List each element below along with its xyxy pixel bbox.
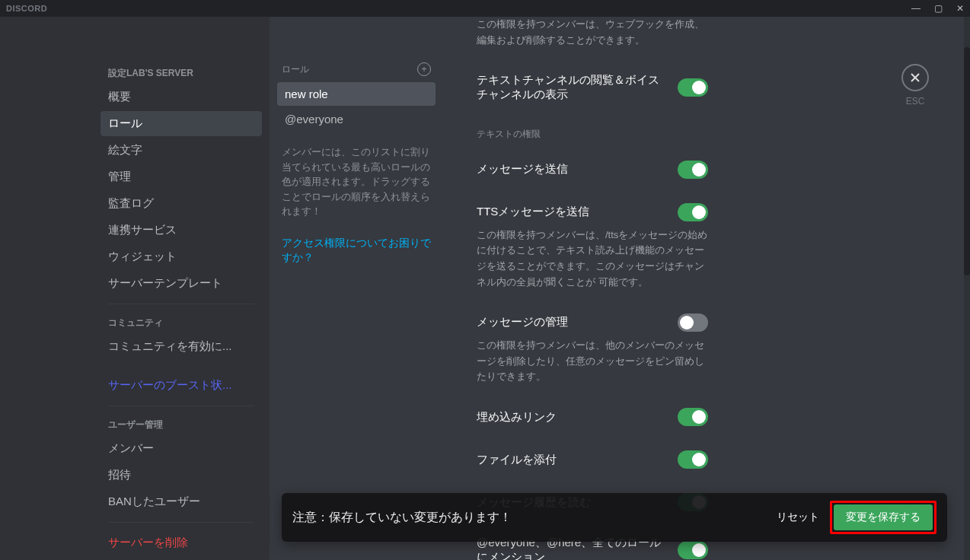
perm-view-channels-toggle[interactable] — [678, 78, 708, 97]
sidebar-item-emoji[interactable]: 絵文字 — [101, 138, 262, 163]
window-close-icon[interactable]: ✕ — [956, 3, 964, 14]
sidebar-item-roles[interactable]: ロール — [101, 111, 262, 136]
roles-header-label: ロール — [282, 63, 309, 76]
role-item-everyone[interactable]: @everyone — [277, 107, 436, 131]
perm-mention-toggle[interactable] — [678, 541, 708, 559]
sidebar-item-bans[interactable]: BANしたユーザー — [101, 489, 262, 514]
perm-manage-desc: この権限を持つメンバーは、他のメンバーのメッセージを削除したり、任意のメッセージ… — [477, 338, 708, 385]
perm-tts-toggle[interactable] — [678, 203, 708, 221]
roles-column: ロール + new role @everyone メンバーには、このリストに割り… — [270, 17, 446, 560]
roles-help-link[interactable]: アクセス権限についてお困りですか？ — [277, 225, 436, 276]
close-icon — [909, 72, 921, 84]
sidebar-item-enable-community[interactable]: コミュニティを有効に... — [101, 334, 262, 359]
sidebar-item-boost[interactable]: サーバーのブースト状... — [101, 373, 262, 398]
perm-send-toggle[interactable] — [678, 161, 708, 179]
reset-button[interactable]: リセット — [777, 511, 819, 524]
roles-note: メンバーには、このリストに割り当てられている最も高いロールの色が適用されます。ド… — [277, 132, 436, 225]
sidebar-item-widget[interactable]: ウィジェット — [101, 244, 262, 269]
right-scrollbar[interactable] — [964, 17, 970, 560]
perm-section-text: テキストの権限 — [477, 128, 708, 141]
role-item-new-role[interactable]: new role — [277, 82, 436, 106]
add-role-button[interactable]: + — [417, 62, 431, 76]
close-label: ESC — [901, 96, 929, 107]
sidebar-item-invites[interactable]: 招待 — [101, 463, 262, 488]
perm-embed-toggle[interactable] — [678, 408, 708, 426]
sidebar-item-auditlog[interactable]: 監査ログ — [101, 191, 262, 216]
perm-attach-toggle[interactable] — [678, 450, 708, 469]
titlebar: DISCORD — ▢ ✕ — [0, 0, 970, 17]
close-panel: ESC — [901, 64, 929, 107]
sidebar-header-community: コミュニティ — [101, 312, 262, 334]
save-button[interactable]: 変更を保存する — [834, 504, 933, 530]
sidebar-item-moderation[interactable]: 管理 — [101, 164, 262, 189]
close-button[interactable] — [901, 64, 929, 91]
unsaved-message: 注意：保存していない変更があります！ — [292, 510, 512, 526]
sidebar-header-usermgmt: ユーザー管理 — [101, 414, 262, 436]
perm-send-title: メッセージを送信 — [477, 162, 568, 177]
perm-embed-title: 埋め込みリンク — [477, 410, 557, 425]
unsaved-changes-bar: 注意：保存していない変更があります！ リセット 変更を保存する — [282, 493, 947, 542]
sidebar-item-overview[interactable]: 概要 — [101, 84, 262, 110]
perm-webhook-desc: この権限を持つメンバーは、ウェブフックを作成、編集および削除することができます。 — [477, 17, 708, 49]
window-minimize-icon[interactable]: — — [911, 3, 921, 14]
app-brand: DISCORD — [6, 4, 47, 13]
perm-tts-title: TTSメッセージを送信 — [477, 205, 589, 219]
sidebar-item-template[interactable]: サーバーテンプレート — [101, 271, 262, 296]
window-maximize-icon[interactable]: ▢ — [934, 3, 943, 14]
sidebar-header-server: 設定LAB'S SERVER — [101, 62, 262, 84]
perm-manage-toggle[interactable] — [678, 313, 708, 332]
settings-sidebar: 設定LAB'S SERVER 概要 ロール 絵文字 管理 監査ログ 連携サービス… — [93, 17, 270, 560]
right-scrollbar-thumb[interactable] — [964, 47, 970, 275]
permissions-content: この権限を持つメンバーは、ウェブフックを作成、編集および削除することができます。… — [446, 17, 739, 560]
perm-attach-title: ファイルを添付 — [477, 453, 557, 467]
sidebar-item-integrations[interactable]: 連携サービス — [101, 218, 262, 243]
perm-tts-desc: この権限を持つメンバーは、/ttsをメッセージの始めに付けることで、テキスト読み… — [477, 228, 708, 291]
sidebar-item-delete-server[interactable]: サーバーを削除 — [101, 530, 262, 555]
sidebar-item-members[interactable]: メンバー — [101, 436, 262, 461]
perm-manage-title: メッセージの管理 — [477, 315, 568, 329]
perm-view-channels-title: テキストチャンネルの閲覧＆ボイスチャンネルの表示 — [477, 73, 667, 102]
